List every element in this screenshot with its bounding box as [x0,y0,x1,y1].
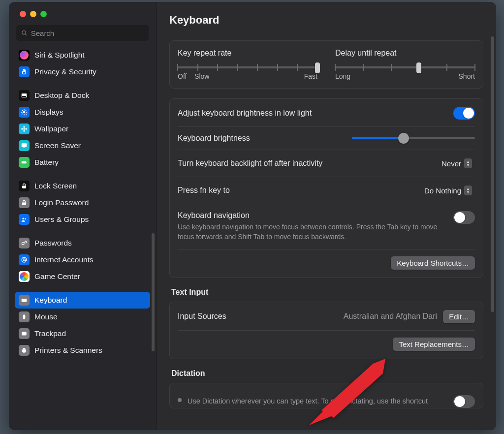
svg-line-9 [22,110,23,111]
repeat-slow-label: Slow [194,72,209,80]
svg-point-13 [23,128,25,130]
page-title: Keyboard [169,14,483,27]
fn-key-value: Do Nothing [424,186,461,195]
sidebar-item-displays[interactable]: Displays [15,104,150,121]
sidebar-item-internet-accounts[interactable]: Internet Accounts [15,251,150,268]
sidebar-scrollbar[interactable] [152,233,155,351]
keyboard-shortcuts-button[interactable]: Keyboard Shortcuts… [391,256,475,270]
svg-rect-36 [22,332,26,336]
search-input[interactable] [31,29,144,37]
delay-until-repeat-slider[interactable] [335,66,475,68]
sidebar-item-label: Login Password [34,198,89,207]
sidebar-item-privacy-security[interactable]: Privacy & Security [15,63,150,80]
sidebar-item-keyboard[interactable]: Keyboard [15,292,150,309]
svg-point-16 [21,128,23,130]
trackpad-icon [19,328,30,339]
siri-icon [19,50,30,61]
search-field[interactable] [16,25,149,41]
content-scrollbar[interactable] [491,36,494,312]
svg-rect-23 [22,202,26,205]
search-wrapper [9,17,156,46]
sidebar-item-screen-saver[interactable]: Screen Saver [15,137,150,154]
dictation-desc: Use Dictation wherever you can type text… [188,397,428,405]
svg-point-24 [23,218,25,220]
dictation-panel: Use Dictation wherever you can type text… [169,383,483,408]
text-input-panel: Input Sources Australian and Afghan Dari… [169,302,483,359]
backlight-off-row: Turn keyboard backlight off after inacti… [178,150,475,177]
game-icon [19,271,30,282]
sidebar-item-mouse[interactable]: Mouse [15,309,150,325]
svg-point-25 [25,218,26,219]
sidebar-item-users-groups[interactable]: Users & Groups [15,211,150,228]
delay-short-label: Short [459,72,475,80]
svg-point-15 [23,130,25,132]
sidebar-item-printers-scanners[interactable]: Printers & Scanners [15,342,150,359]
sidebar-item-label: Mouse [34,312,58,321]
at-icon [19,254,30,265]
mouse-icon [19,311,30,322]
repeat-fast-label: Fast [304,72,317,80]
pwlock-icon [19,197,30,208]
sidebar-item-trackpad[interactable]: Trackpad [15,325,150,342]
sidebar-item-label: Lock Screen [34,182,77,190]
sidebar-item-passwords[interactable]: Passwords [15,235,150,251]
input-sources-value: Australian and Afghan Dari [344,312,437,321]
svg-rect-35 [23,314,26,319]
sidebar-item-label: Wallpaper [34,124,68,133]
close-window-button[interactable] [20,11,26,17]
sidebar-item-label: Passwords [34,239,72,248]
fn-key-select[interactable]: Do Nothing ▲▼ [419,184,475,197]
users-icon [19,214,30,225]
sidebar-item-label: Screen Saver [34,141,81,150]
svg-line-11 [22,114,23,114]
dictation-toggle[interactable] [453,395,475,408]
svg-rect-29 [22,299,23,300]
stepper-icon: ▲▼ [464,186,472,195]
delay-until-repeat-block: Delay until repeat Long Short [335,49,475,80]
sidebar-item-label: Printers & Scanners [34,346,102,355]
svg-point-4 [23,111,26,114]
sidebar: Siri & SpotlightPrivacy & SecurityDeskto… [9,2,157,430]
keyboard-icon [19,295,30,306]
sidebar-item-lock-screen[interactable]: Lock Screen [15,178,150,194]
svg-rect-30 [23,299,24,300]
dictation-row: Use Dictation wherever you can type text… [178,391,475,408]
svg-point-0 [22,31,26,34]
sun-icon [19,107,30,118]
fn-key-row: Press fn key to Do Nothing ▲▼ [178,177,475,204]
keyboard-brightness-label: Keyboard brightness [178,134,250,143]
input-sources-edit-button[interactable]: Edit… [443,310,475,323]
hand-icon [19,66,30,77]
window-traffic-lights [9,2,156,17]
input-sources-label: Input Sources [178,312,226,321]
text-replacements-button[interactable]: Text Replacements… [393,338,475,351]
bullet-icon [178,398,182,402]
system-settings-window: Siri & SpotlightPrivacy & SecurityDeskto… [9,2,496,430]
sidebar-item-login-password[interactable]: Login Password [15,194,150,211]
sidebar-item-siri-spotlight[interactable]: Siri & Spotlight [15,47,150,63]
sidebar-nav[interactable]: Siri & SpotlightPrivacy & SecurityDeskto… [9,46,156,430]
dictation-heading: Dictation [171,369,483,378]
input-sources-row: Input Sources Australian and Afghan Dari… [178,310,475,330]
sidebar-item-game-center[interactable]: Game Center [15,268,150,285]
sidebar-item-wallpaper[interactable]: Wallpaper [15,121,150,137]
sidebar-item-label: Battery [34,158,59,167]
maximize-window-button[interactable] [40,11,47,17]
sidebar-item-label: Keyboard [34,296,67,305]
svg-rect-32 [25,299,25,300]
sidebar-item-battery[interactable]: Battery [15,154,150,171]
sidebar-item-desktop-dock[interactable]: Desktop & Dock [15,87,150,104]
minimize-window-button[interactable] [30,11,36,17]
backlight-off-select[interactable]: Never ▲▼ [437,157,475,170]
svg-rect-20 [22,161,26,164]
key-repeat-rate-slider[interactable] [178,66,317,68]
auto-brightness-toggle[interactable] [453,107,475,120]
text-input-heading: Text Input [171,288,483,297]
brightness-panel: Adjust keyboard brightness in low light … [169,98,483,278]
stepper-icon: ▲▼ [464,158,472,168]
keyboard-navigation-toggle[interactable] [453,211,475,224]
sidebar-item-label: Displays [34,108,63,117]
backlight-off-label: Turn keyboard backlight off after inacti… [178,159,322,168]
keyboard-navigation-desc: Use keyboard navigation to move focus be… [178,222,453,242]
keyboard-brightness-slider[interactable] [352,137,475,139]
